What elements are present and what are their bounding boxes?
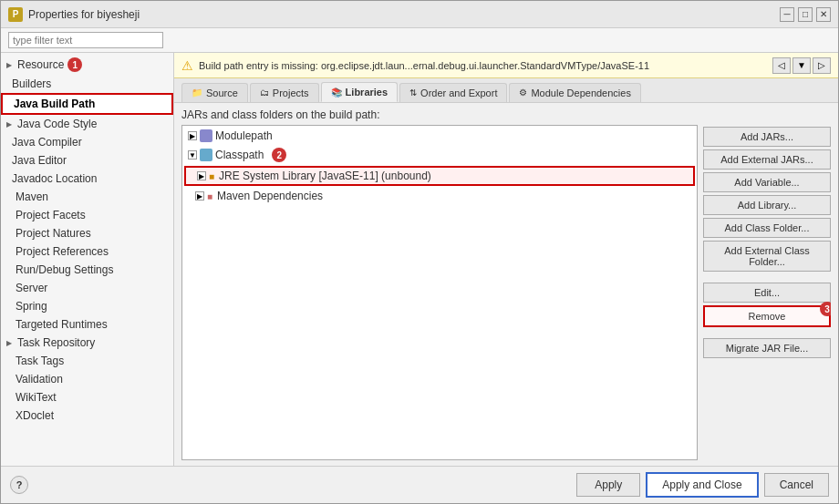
sidebar-item-task-tags[interactable]: Task Tags [1,352,173,370]
sidebar-item-server[interactable]: Server [1,279,173,297]
edit-button[interactable]: Edit... [703,283,831,303]
warning-forward-button[interactable]: ▷ [813,57,831,74]
right-panel: ⚠ Build path entry is missing: org.eclip… [174,53,838,466]
remove-badge: 3 [820,302,831,316]
sidebar-item-xdoclet[interactable]: XDoclet [1,406,173,425]
sidebar-item-project-natures[interactable]: Project Natures [1,224,173,242]
sidebar-item-label: Java Build Path [14,98,95,110]
window-controls: ─ □ ✕ [780,7,831,22]
tab-module-dependencies[interactable]: ⚙ Module Dependencies [509,83,640,102]
sidebar-item-wikitext[interactable]: WikiText [1,388,173,406]
arrow-icon: ▶ [6,339,12,347]
migrate-jar-button[interactable]: Migrate JAR File... [703,338,831,358]
sidebar-item-java-build-path[interactable]: Java Build Path [1,93,173,115]
sidebar-item-spring[interactable]: Spring [1,297,173,315]
help-button[interactable]: ? [10,476,28,494]
tree-item-maven-deps[interactable]: ▶ ■ Maven Dependencies [184,188,695,204]
tab-label: Order and Export [420,87,497,98]
warning-icon: ⚠ [181,58,193,73]
tree-panel: ▶ Modulepath ▼ Classpath 2 [181,125,698,460]
sidebar-item-label: Run/Debug Settings [16,263,113,276]
jre-icon: ■ [209,171,214,181]
expand-icon[interactable]: ▶ [188,131,197,140]
tree-item-label: Modulepath [215,129,273,142]
build-path-content: JARs and class folders on the build path… [174,103,838,466]
apply-button[interactable]: Apply [576,473,640,497]
tab-order-export[interactable]: ⇅ Order and Export [399,83,507,102]
expand-icon[interactable]: ▶ [197,171,206,180]
arrow-icon: ▶ [6,120,12,129]
add-class-folder-button[interactable]: Add Class Folder... [703,218,831,238]
sidebar-item-label: Validation [16,373,63,386]
sidebar-item-label: Spring [16,300,47,313]
warning-text: Build path entry is missing: org.eclipse… [199,60,767,71]
sidebar-item-task-repository[interactable]: ▶ Task Repository [1,334,173,352]
projects-tab-icon: 🗂 [260,87,269,98]
sidebar-item-project-references[interactable]: Project References [1,242,173,261]
order-tab-icon: ⇅ [409,87,417,98]
remove-button[interactable]: Remove 3 [703,305,831,327]
tree-item-label: Maven Dependencies [217,190,323,202]
sidebar-item-label: Java Editor [12,154,67,167]
module-tab-icon: ⚙ [519,87,527,98]
expand-icon[interactable]: ▶ [195,191,204,201]
tree-item-jre-system[interactable]: ▶ ■ JRE System Library [JavaSE-11] (unbo… [184,166,695,186]
sidebar-item-run-debug[interactable]: Run/Debug Settings [1,261,173,279]
sidebar-item-label: Project References [16,245,109,258]
sidebar-item-label: Project Facets [16,209,86,221]
add-library-button[interactable]: Add Library... [703,195,831,215]
sidebar-item-java-code-style[interactable]: ▶ Java Code Style [1,115,173,133]
sidebar-item-label: Java Code Style [17,118,97,130]
tab-source[interactable]: 📁 Source [181,83,248,102]
classpath-badge: 2 [272,148,286,162]
warning-back-button[interactable]: ◁ [772,57,791,74]
maximize-button[interactable]: □ [798,7,813,22]
tree-item-modulepath[interactable]: ▶ Modulepath [184,128,695,144]
warning-dropdown-button[interactable]: ▼ [792,57,811,74]
tree-item-classpath[interactable]: ▼ Classpath 2 [184,146,695,164]
sidebar-item-label: Project Natures [16,227,91,240]
add-variable-button[interactable]: Add Variable... [703,172,831,192]
warning-actions: ◁ ▼ ▷ [772,57,831,74]
main-content: ▶ Resource 1 Builders Java Build Path ▶ … [1,53,838,466]
sidebar-item-label: Targeted Runtimes [16,318,108,331]
sidebar-item-targeted-runtimes[interactable]: Targeted Runtimes [1,315,173,334]
add-external-class-folder-button[interactable]: Add External Class Folder... [703,241,831,272]
sidebar-item-label: Resource [17,58,64,71]
apply-close-button[interactable]: Apply and Close [646,472,758,498]
sidebar-item-label: Javadoc Location [12,172,97,185]
add-external-jars-button[interactable]: Add External JARs... [703,149,831,170]
add-jars-button[interactable]: Add JARs... [703,127,831,147]
sidebar-item-java-editor[interactable]: Java Editor [1,151,173,170]
resource-badge: 1 [67,57,82,72]
tab-label: Source [206,87,238,98]
dialog-icon: P [8,7,23,22]
cancel-button[interactable]: Cancel [764,473,829,497]
tabs-bar: 📁 Source 🗂 Projects 📚 Libraries ⇅ Order … [174,78,838,103]
tab-projects[interactable]: 🗂 Projects [250,83,319,102]
sidebar-item-java-compiler[interactable]: Java Compiler [1,133,173,151]
maven-icon: ■ [207,191,212,201]
sidebar-item-label: Task Repository [17,336,95,349]
tab-label: Module Dependencies [531,87,630,98]
remove-button-label: Remove [749,311,786,322]
sidebar-item-maven[interactable]: Maven [1,188,173,206]
minimize-button[interactable]: ─ [780,7,794,22]
spacer [703,274,831,280]
search-bar [1,28,838,53]
sidebar-item-validation[interactable]: Validation [1,370,173,388]
sidebar-item-label: Server [16,282,47,294]
sidebar-item-builders[interactable]: Builders [1,75,173,93]
sidebar: ▶ Resource 1 Builders Java Build Path ▶ … [1,53,174,466]
expand-icon[interactable]: ▼ [188,150,197,159]
sidebar-item-resource[interactable]: ▶ Resource 1 [1,55,173,75]
tree-item-label: Classpath [215,149,264,161]
build-path-label: JARs and class folders on the build path… [181,108,831,121]
source-tab-icon: 📁 [192,87,202,98]
close-button[interactable]: ✕ [816,7,831,22]
sidebar-item-project-facets[interactable]: Project Facets [1,206,173,224]
search-input[interactable] [8,32,163,48]
warning-bar: ⚠ Build path entry is missing: org.eclip… [174,53,838,78]
sidebar-item-javadoc-location[interactable]: Javadoc Location [1,170,173,188]
tab-libraries[interactable]: 📚 Libraries [321,82,398,102]
